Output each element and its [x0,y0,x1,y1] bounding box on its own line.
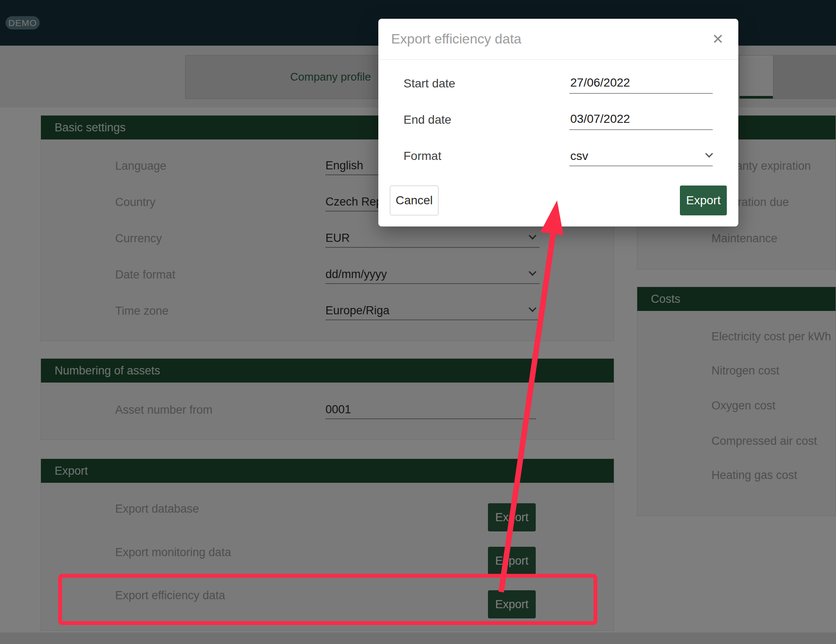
format-select[interactable]: csv [569,147,713,166]
close-icon[interactable]: ✕ [712,32,724,46]
chevron-down-icon [705,150,713,157]
dialog-export-button[interactable]: Export [680,186,727,215]
format-value: csv [570,149,588,163]
start-date-input[interactable] [569,74,713,94]
format-label: Format [403,149,441,163]
end-date-label: End date [403,113,451,127]
app-root: DEMO Company profile Basic settings Lang… [0,0,836,644]
dialog-header: Export efficiency data ✕ [378,19,738,60]
export-efficiency-dialog: Export efficiency data ✕ Start date End … [378,19,738,226]
cancel-button[interactable]: Cancel [390,186,438,215]
start-date-label: Start date [403,77,455,90]
end-date-input[interactable] [569,110,713,130]
dialog-title: Export efficiency data [391,31,521,47]
